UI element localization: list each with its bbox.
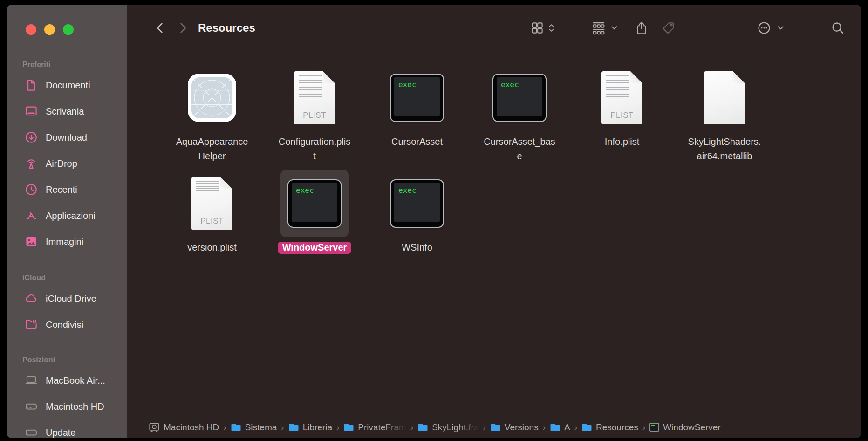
path-separator: ›	[281, 422, 284, 433]
plist-document-icon: PLIST	[601, 71, 642, 124]
path-item-versions[interactable]: Versions	[490, 422, 539, 433]
harddrive-icon	[24, 400, 38, 414]
clock-icon	[24, 183, 38, 197]
ellipsis-circle-icon	[757, 20, 772, 35]
sidebar-nav: Preferiti Documenti Scrivania Download	[7, 5, 127, 438]
file-wsinfo[interactable]: exec WSInfo	[366, 173, 468, 269]
sidebar-item-macintosh-hd[interactable]: Macintosh HD	[7, 394, 127, 420]
path-item-resources[interactable]: Resources	[581, 422, 638, 433]
zoom-button[interactable]	[63, 24, 74, 35]
app-blueprint-icon	[188, 74, 236, 122]
file-label: CursorAsset_base	[483, 135, 556, 163]
sidebar-item-label: Immagini	[46, 237, 83, 247]
tag-icon	[662, 21, 676, 35]
sidebar-item-scrivania[interactable]: Scrivania	[7, 98, 127, 124]
main-area: Resources	[127, 5, 861, 438]
document-icon	[704, 71, 745, 124]
file-grid: AquaAppearanceHelper PLIST Configuration…	[161, 68, 776, 269]
sidebar-item-documenti[interactable]: Documenti	[7, 72, 127, 98]
file-cursorasset[interactable]: exec CursorAsset	[366, 68, 468, 163]
sidebar-item-condivisi[interactable]: Condivisi	[7, 312, 127, 338]
group-icon	[591, 20, 606, 35]
sidebar-item-airdrop[interactable]: AirDrop	[7, 150, 127, 176]
folder-icon	[288, 423, 299, 432]
back-button[interactable]	[153, 21, 167, 35]
file-label-selected: WindowServer	[278, 242, 352, 254]
plist-document-icon: PLIST	[191, 177, 232, 230]
folder-icon	[581, 423, 592, 432]
sidebar-item-label: Applicazioni	[46, 210, 96, 221]
share-button[interactable]	[635, 5, 649, 51]
sidebar-item-update[interactable]: Update	[7, 420, 127, 438]
sidebar-item-immagini[interactable]: Immagini	[7, 229, 127, 255]
cloud-icon	[24, 292, 38, 305]
more-button[interactable]	[757, 5, 784, 51]
path-separator: ›	[483, 422, 485, 433]
sidebar-item-label: Update	[46, 427, 76, 438]
path-item-a[interactable]: A	[550, 422, 570, 433]
path-separator: ›	[574, 422, 577, 433]
file-configuration-plist[interactable]: PLIST Configuration.plist	[263, 68, 366, 163]
chevron-left-icon	[153, 21, 167, 35]
executable-icon: exec	[391, 180, 443, 227]
file-version-plist[interactable]: PLIST version.plist	[161, 173, 263, 269]
path-item-libreria[interactable]: Libreria	[288, 422, 332, 433]
file-aquaappearancehelper[interactable]: AquaAppearanceHelper	[161, 68, 263, 163]
sidebar-item-macbook-air[interactable]: MacBook Air...	[7, 367, 127, 394]
updown-chevrons-icon	[548, 23, 555, 33]
file-row-2: PLIST version.plist exec WindowServer	[161, 173, 776, 269]
shared-folder-icon	[24, 318, 38, 332]
sidebar-item-download[interactable]: Download	[7, 124, 127, 150]
file-label: SkyLightShaders.air64.metallib	[688, 135, 761, 163]
minimize-button[interactable]	[44, 24, 55, 35]
desktop-icon	[24, 104, 38, 118]
folder-icon	[417, 423, 428, 432]
sidebar: Preferiti Documenti Scrivania Download	[7, 5, 127, 438]
sidebar-item-label: Condivisi	[46, 319, 83, 330]
path-item-privateframeworks[interactable]: PrivateFram	[343, 422, 406, 433]
chevron-down-icon	[777, 26, 784, 30]
tag-button[interactable]	[662, 5, 676, 51]
sidebar-item-label: Scrivania	[46, 106, 84, 117]
path-separator: ›	[642, 422, 645, 433]
path-item-skylight-framework[interactable]: SkyLight.fra	[417, 422, 478, 433]
share-icon	[635, 20, 649, 35]
chevron-down-icon	[611, 26, 618, 30]
file-cursorasset-base[interactable]: exec CursorAsset_base	[468, 68, 571, 163]
view-toggle-button[interactable]	[530, 5, 555, 51]
sidebar-item-recenti[interactable]: Recenti	[7, 176, 127, 203]
folder-icon	[231, 423, 241, 432]
traffic-lights	[26, 24, 74, 35]
desktop-background: Preferiti Documenti Scrivania Download	[0, 0, 868, 441]
forward-button[interactable]	[176, 21, 190, 35]
path-item-windowserver[interactable]: WindowServer	[649, 422, 721, 433]
harddrive-icon	[24, 426, 38, 438]
chevron-right-icon	[176, 21, 190, 35]
group-button[interactable]	[591, 5, 618, 51]
close-button[interactable]	[26, 24, 36, 35]
file-windowserver-selected[interactable]: exec WindowServer	[263, 173, 366, 269]
sidebar-item-applicazioni[interactable]: Applicazioni	[7, 203, 127, 229]
file-row-1: AquaAppearanceHelper PLIST Configuration…	[161, 68, 776, 163]
plist-badge: PLIST	[294, 111, 335, 120]
file-label: CursorAsset	[391, 135, 443, 149]
titlebar: Resources	[127, 5, 861, 51]
executable-icon: exec	[493, 75, 546, 121]
download-icon	[24, 130, 38, 144]
search-button[interactable]	[831, 5, 845, 51]
sidebar-item-icloud-drive[interactable]: iCloud Drive	[7, 285, 127, 312]
file-skylightshaders[interactable]: SkyLightShaders.air64.metallib	[673, 68, 776, 163]
executable-icon: exec	[288, 180, 341, 227]
path-item-sistema[interactable]: Sistema	[231, 422, 277, 433]
folder-icon	[343, 423, 354, 432]
sidebar-section-posizioni: Posizioni	[7, 352, 127, 364]
plist-document-icon: PLIST	[294, 71, 335, 124]
photos-icon	[24, 235, 38, 249]
sidebar-item-label: MacBook Air...	[46, 375, 105, 386]
page-title: Resources	[198, 5, 255, 51]
sidebar-section-icloud: iCloud	[7, 270, 127, 282]
path-item-macintosh-hd[interactable]: Macintosh HD	[149, 422, 219, 433]
file-info-plist[interactable]: PLIST Info.plist	[571, 68, 673, 163]
file-label: WSInfo	[402, 240, 432, 255]
nav-buttons	[153, 5, 190, 51]
